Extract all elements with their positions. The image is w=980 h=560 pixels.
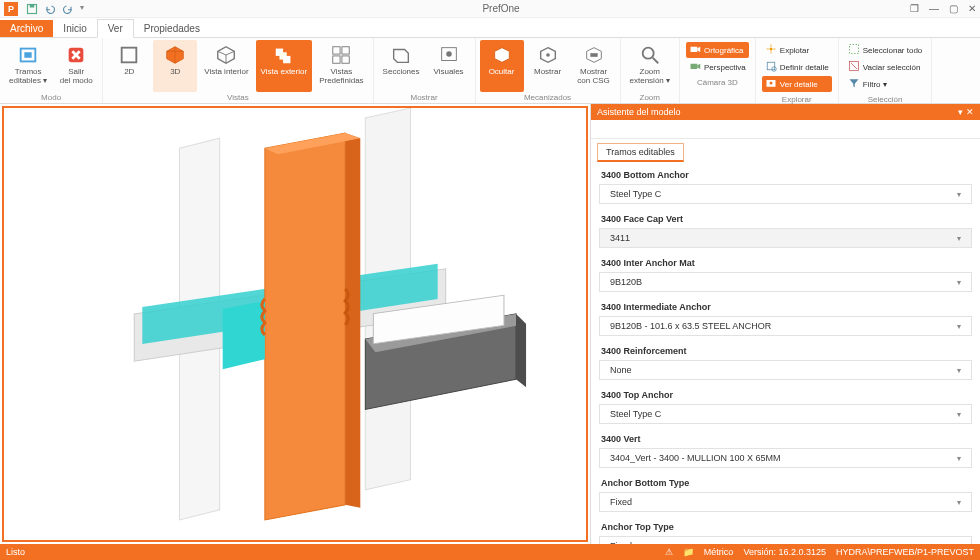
property-row: 3400 Face Cap Vert3411▾ <box>599 210 972 248</box>
property-select[interactable]: 9B120B - 101.6 x 63.5 STEEL ANCHOR▾ <box>599 316 972 336</box>
panel-pin-icon[interactable]: ▾ ✕ <box>958 107 974 117</box>
tab-propiedades[interactable]: Propiedades <box>134 20 210 37</box>
property-select[interactable]: Steel Type C▾ <box>599 184 972 204</box>
property-label: 3400 Vert <box>599 430 972 448</box>
property-select[interactable]: Fixed▾ <box>599 492 972 512</box>
vista-interior-button[interactable]: Vista interior <box>199 40 253 92</box>
window-title: PrefOne <box>92 3 910 14</box>
property-select[interactable]: Steel Type C▾ <box>599 404 972 424</box>
property-value: Steel Type C <box>610 409 661 419</box>
tramos-editables-button[interactable]: Tramos editables ▾ <box>4 40 52 92</box>
panel-header: Asistente del modelo ▾ ✕ <box>591 104 980 120</box>
seleccionar-todo-line[interactable]: Seleccionar todo <box>845 42 926 58</box>
property-row: 3400 ReinforcementNone▾ <box>599 342 972 380</box>
mostrar-csg-button[interactable]: Mostrar con CSG <box>572 40 616 92</box>
chevron-down-icon: ▾ <box>957 278 961 287</box>
property-value: 3411 <box>610 233 630 243</box>
panel-tab-tramos[interactable]: Tramos editables <box>597 143 684 162</box>
filter-icon <box>848 77 860 91</box>
minimize-icon[interactable]: — <box>929 3 939 14</box>
panel-title: Asistente del modelo <box>597 107 681 117</box>
tab-inicio[interactable]: Inicio <box>53 20 96 37</box>
ribbon-button-label: Mostrar <box>534 68 561 77</box>
vista-3d-button[interactable]: 3D <box>153 40 197 92</box>
exit-icon <box>64 43 88 67</box>
tab-archivo[interactable]: Archivo <box>0 20 53 37</box>
camera-icon <box>689 43 701 57</box>
maximize-icon[interactable]: ▢ <box>949 3 958 14</box>
tab-ver[interactable]: Ver <box>97 19 134 38</box>
property-label: Anchor Top Type <box>599 518 972 536</box>
explotar-line[interactable]: Explotar <box>762 42 832 58</box>
svg-rect-5 <box>122 48 137 63</box>
ver-detalle-line[interactable]: Ver detalle <box>762 76 832 92</box>
define-icon <box>765 60 777 74</box>
property-row: 3400 Intermediate Anchor9B120B - 101.6 x… <box>599 298 972 336</box>
property-row: 3400 Bottom AnchorSteel Type C▾ <box>599 166 972 204</box>
perspectiva-line[interactable]: Perspectiva <box>686 59 749 75</box>
mostrar-button[interactable]: Mostrar <box>526 40 570 92</box>
hide-icon <box>490 43 514 67</box>
folder-icon[interactable]: 📁 <box>683 547 694 557</box>
chevron-down-icon: ▾ <box>957 542 961 545</box>
redo-icon[interactable] <box>62 3 74 15</box>
qat-more-icon[interactable]: ▾ <box>80 3 92 15</box>
undo-icon[interactable] <box>44 3 56 15</box>
ribbon-line-label: Perspectiva <box>704 63 746 72</box>
svg-rect-12 <box>342 56 349 63</box>
secciones-button[interactable]: Secciones <box>378 40 425 92</box>
ribbon-group: Seleccionar todoVaciar selecciónFiltro ▾… <box>839 38 933 103</box>
ribbon-group-label: Mostrar <box>378 92 471 103</box>
model-3d-illustration <box>4 108 586 540</box>
visuals-icon <box>437 43 461 67</box>
property-value: Fixed <box>610 541 632 544</box>
property-value: 9B120B <box>610 277 642 287</box>
definir-detalle-line[interactable]: Definir detalle <box>762 59 832 75</box>
property-value: 3404_Vert - 3400 - MULLION 100 X 65MM <box>610 453 781 463</box>
svg-point-20 <box>769 48 772 51</box>
save-icon[interactable] <box>26 3 38 15</box>
ribbon-button-label: Visuales <box>433 68 463 77</box>
property-label: 3400 Reinforcement <box>599 342 972 360</box>
ribbon-button-label: Mostrar con CSG <box>577 68 609 86</box>
clear-sel-icon <box>848 60 860 74</box>
property-select[interactable]: 3404_Vert - 3400 - MULLION 100 X 65MM▾ <box>599 448 972 468</box>
property-select[interactable]: 9B120B▾ <box>599 272 972 292</box>
close-icon[interactable]: ✕ <box>968 3 976 14</box>
menu-tabs: Archivo Inicio Ver Propiedades <box>0 18 980 38</box>
viewport-3d[interactable] <box>2 106 588 542</box>
status-path: HYDRA\PREFWEB/P1-PREVOST <box>836 547 974 557</box>
property-select[interactable]: None▾ <box>599 360 972 380</box>
views-preset-icon <box>329 43 353 67</box>
panel-body: 3400 Bottom AnchorSteel Type C▾3400 Face… <box>591 162 980 544</box>
ribbon-group-label: Zoom <box>625 92 675 103</box>
ribbon-group: Zoom extensión ▾Zoom <box>621 38 680 103</box>
ocultar-button[interactable]: Ocultar <box>480 40 524 92</box>
property-select[interactable]: 3411▾ <box>599 228 972 248</box>
zoom-ext-button[interactable]: Zoom extensión ▾ <box>625 40 675 92</box>
restore-icon[interactable]: ❐ <box>910 3 919 14</box>
visuales-button[interactable]: Visuales <box>427 40 471 92</box>
filtro-line[interactable]: Filtro ▾ <box>845 76 926 92</box>
svg-rect-1 <box>30 4 35 7</box>
vistas-predef-button[interactable]: Vistas Predefinidas <box>314 40 368 92</box>
property-select[interactable]: Fixed▾ <box>599 536 972 544</box>
ribbon-button-label: Ocultar <box>489 68 515 77</box>
vista-exterior-button[interactable]: Vista exterior <box>256 40 313 92</box>
ribbon-button-label: 2D <box>124 68 134 77</box>
chevron-down-icon: ▾ <box>957 322 961 331</box>
property-label: 3400 Inter Anchor Mat <box>599 254 972 272</box>
vista-2d-button[interactable]: 2D <box>107 40 151 92</box>
property-row: 3400 Top AnchorSteel Type C▾ <box>599 386 972 424</box>
salir-modo-button[interactable]: Salir del modo <box>54 40 98 92</box>
warning-icon[interactable]: ⚠ <box>665 547 673 557</box>
view-2d-icon <box>117 43 141 67</box>
panel-tabstrip: Tramos editables <box>591 139 980 162</box>
camera-icon <box>689 60 701 74</box>
sections-icon <box>389 43 413 67</box>
property-row: Anchor Top TypeFixed▾ <box>599 518 972 544</box>
ortografica-line[interactable]: Ortográfica <box>686 42 749 58</box>
vaciar-sel-line[interactable]: Vaciar selección <box>845 59 926 75</box>
ribbon-line-label: Filtro ▾ <box>863 80 887 89</box>
window-controls: ❐ — ▢ ✕ <box>910 3 976 14</box>
